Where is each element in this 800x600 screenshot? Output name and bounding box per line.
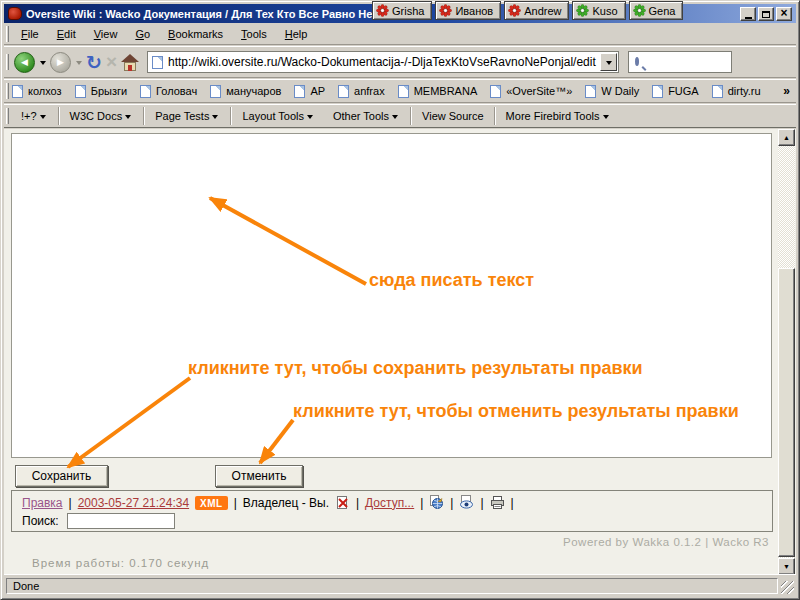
bookmark-item[interactable]: W Daily (585, 85, 639, 98)
home-button[interactable] (121, 54, 139, 71)
search-bar (628, 51, 732, 73)
toolbar-menu-other-tools[interactable]: Other Tools (324, 107, 409, 125)
status-text: Done (6, 578, 778, 594)
bookmark-icon (712, 85, 723, 98)
separator: | (705, 536, 709, 548)
icq-contact-buttons: Grisha Иванов Andrew Kuso Gena (372, 1, 683, 20)
edit-link[interactable]: Правка (22, 496, 63, 510)
forward-dropdown-icon[interactable] (76, 61, 82, 68)
stop-button[interactable]: × (106, 51, 117, 73)
menu-help[interactable]: Help (276, 26, 317, 42)
back-button[interactable]: ◀ (14, 52, 35, 73)
bookmark-label: W Daily (601, 85, 639, 97)
bookmark-item[interactable]: MEMBRANA (398, 85, 478, 98)
forward-button[interactable]: ▶ (50, 52, 71, 73)
icq-flower-icon (576, 4, 589, 17)
maximize-button[interactable] (758, 7, 774, 21)
scroll-up-icon[interactable]: ▲ (778, 129, 795, 146)
print-icon[interactable] (490, 495, 505, 510)
icq-contact-kuso[interactable]: Kuso (572, 1, 625, 20)
toolbar-menu-page-tests[interactable]: Page Tests (146, 107, 229, 125)
powered-by-text: Powered by (563, 536, 629, 548)
bookmark-item[interactable]: Головач (140, 85, 197, 98)
save-button[interactable]: Сохранить (15, 465, 108, 487)
bookmark-item[interactable]: Брызги (75, 85, 127, 98)
menu-file[interactable]: File (12, 26, 48, 42)
toolbar-menu-layout-tools[interactable]: Layout Tools (233, 107, 324, 125)
close-button[interactable]: × (776, 7, 792, 21)
menu-bookmarks[interactable]: Bookmarks (159, 26, 232, 42)
access-link[interactable]: Доступ... (365, 496, 414, 510)
search-icon (635, 57, 639, 66)
bookmark-label: Брызги (91, 85, 127, 97)
icq-contact-gena[interactable]: Gena (629, 1, 684, 20)
minimize-button[interactable] (740, 7, 756, 21)
url-history-dropdown[interactable] (600, 53, 617, 71)
xml-badge[interactable]: XML (195, 496, 228, 510)
toolbar-menu-w3c-docs[interactable]: W3C Docs (61, 107, 143, 125)
icq-contact-andrew[interactable]: Andrew (504, 1, 569, 20)
toolbar-menu-label: Other Tools (333, 110, 389, 122)
menu-view[interactable]: View (85, 26, 127, 42)
wakka-link[interactable]: Wakka 0.1.2 (632, 536, 701, 548)
bookmark-item[interactable]: anfrax (338, 85, 385, 98)
bookmark-item[interactable]: «OverSite™» (490, 85, 572, 98)
dropdown-arrow-icon (307, 115, 313, 122)
owner-text: Владелец - Вы. (243, 496, 329, 510)
bookmark-icon (338, 85, 349, 98)
toolbar-grippy[interactable] (6, 54, 9, 70)
revision-timestamp-link[interactable]: 2003-05-27 21:24:34 (78, 496, 189, 510)
menu-go[interactable]: Go (126, 26, 159, 42)
bookmark-label: anfrax (354, 85, 385, 97)
wacko-link[interactable]: Wacko R3 (712, 536, 769, 548)
bookmark-label: Головач (156, 85, 197, 97)
referrers-globe-icon[interactable] (429, 495, 444, 510)
icq-flower-icon (633, 4, 646, 17)
scroll-down-icon[interactable]: ▼ (778, 558, 795, 575)
bookmark-item[interactable]: FUGA (652, 85, 699, 98)
toolbar-menu-label: View Source (422, 110, 484, 122)
cancel-button[interactable]: Отменить (215, 465, 303, 487)
toolbar-grippy[interactable] (6, 83, 9, 99)
back-icon: ◀ (14, 52, 35, 73)
page-icon (152, 56, 163, 69)
menu-tools[interactable]: Tools (232, 26, 276, 42)
bookmark-icon (398, 85, 409, 98)
menu-edit[interactable]: Edit (48, 26, 85, 42)
bookmark-item[interactable]: dirty.ru (712, 85, 761, 98)
bookmark-label: AP (310, 85, 325, 97)
toolbar-grippy[interactable] (6, 108, 9, 124)
icq-contact-label: Gena (649, 5, 676, 17)
toolbar-menu-more-firebird-tools[interactable]: More Firebird Tools (497, 107, 620, 125)
toolbar-menu-shortcuts[interactable]: !+? (12, 107, 57, 125)
toolbar-separator (410, 107, 412, 125)
reload-button[interactable]: ↻ (86, 51, 102, 73)
wiki-search-input[interactable] (67, 513, 175, 529)
icq-contact-ivanov[interactable]: Иванов (435, 1, 501, 20)
bookmark-label: «OverSite™» (506, 85, 572, 97)
icq-contact-label: Andrew (524, 5, 561, 17)
bookmark-item[interactable]: манучаров (210, 85, 281, 98)
bookmarks-toolbar: колхоз Брызги Головач манучаров AP anfra… (4, 79, 796, 103)
bookmark-label: MEMBRANA (414, 85, 478, 97)
separator: | (356, 496, 359, 510)
resize-grip[interactable] (781, 581, 794, 594)
toolbar-grippy[interactable] (6, 26, 9, 42)
dropdown-arrow-icon (606, 61, 612, 68)
bookmark-item[interactable]: AP (294, 85, 325, 98)
bookmarks-overflow-chevron-icon[interactable]: » (783, 84, 790, 98)
bookmark-item[interactable]: колхоз (12, 85, 62, 98)
url-input[interactable] (168, 53, 618, 71)
browser-window: Oversite Wiki : Wacko Документация / Для… (0, 0, 800, 600)
icq-contact-grisha[interactable]: Grisha (372, 1, 432, 20)
scrollbar-thumb[interactable] (778, 268, 795, 557)
back-dropdown-icon[interactable] (40, 61, 46, 68)
toolbar-separator (494, 107, 496, 125)
toolbar-view-source[interactable]: View Source (413, 107, 493, 125)
separator: | (69, 496, 72, 510)
close-icon: × (780, 7, 787, 19)
meta-action-row: Правка | 2003-05-27 21:24:34 XML | Владе… (12, 491, 772, 511)
web-search-input[interactable] (644, 56, 786, 68)
watch-eye-icon[interactable] (459, 495, 474, 510)
delete-page-icon[interactable] (335, 495, 350, 510)
